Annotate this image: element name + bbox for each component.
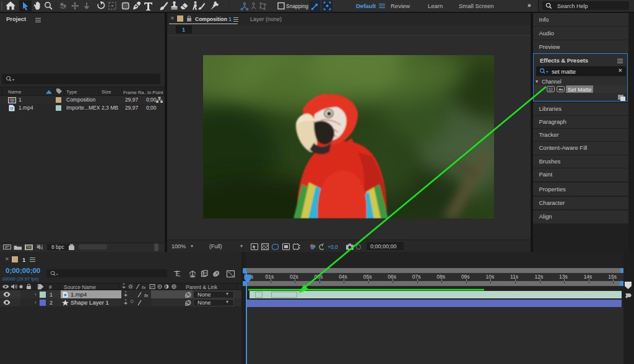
- svg-text:fx: fx: [142, 285, 146, 290]
- svg-text:8 bpc: 8 bpc: [51, 244, 65, 250]
- svg-text:Snapping: Snapping: [286, 3, 308, 9]
- svg-text:fx: fx: [144, 293, 149, 298]
- svg-text:32: 32: [548, 87, 553, 92]
- svg-text:#: #: [49, 284, 52, 290]
- svg-text:+0,0: +0,0: [328, 244, 338, 250]
